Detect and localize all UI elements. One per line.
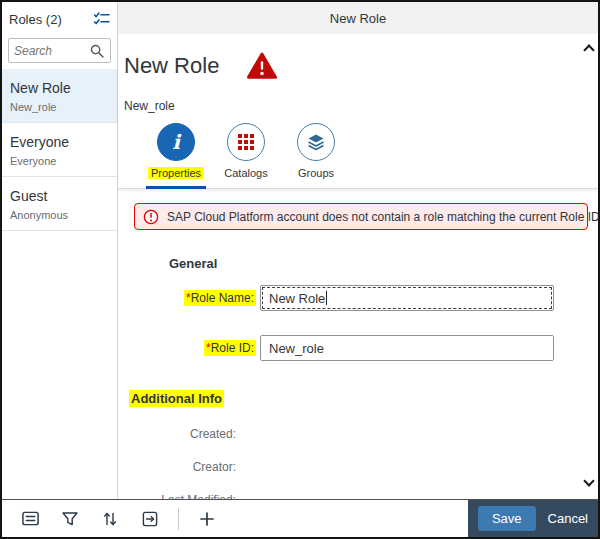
list-item-guest[interactable]: Guest Anonymous xyxy=(2,177,117,231)
role-name-row: *Role Name: New Role xyxy=(124,285,588,311)
list-item-new-role[interactable]: New Role New_role xyxy=(2,69,117,123)
list-item-everyone[interactable]: Everyone Everyone xyxy=(2,123,117,177)
search-icon[interactable] xyxy=(89,43,105,59)
object-header: New Role New_role i Properties xyxy=(118,34,598,189)
footer-spacer xyxy=(219,500,468,537)
creator-label: Creator: xyxy=(124,460,236,474)
tab-catalogs[interactable]: Catalogs xyxy=(214,123,278,188)
toolbar-divider xyxy=(178,508,179,530)
error-icon xyxy=(143,209,159,225)
object-subtitle: New_role xyxy=(124,99,598,113)
cancel-button[interactable]: Cancel xyxy=(548,511,588,526)
detail-header-title: New Role xyxy=(330,11,386,26)
detail-panel: New Role New Role New_role xyxy=(118,2,598,499)
general-heading: General xyxy=(169,256,588,271)
footer-actions: Save Cancel xyxy=(468,500,598,537)
role-id-value: New_role xyxy=(269,341,324,356)
forward-icon[interactable] xyxy=(138,507,162,531)
sort-icon[interactable] xyxy=(98,507,122,531)
created-row: Created: xyxy=(124,424,588,442)
sidebar-title: Roles (2) xyxy=(9,12,62,27)
search-input[interactable] xyxy=(14,44,89,58)
role-item-subtitle: Everyone xyxy=(10,155,109,167)
legend-icon[interactable] xyxy=(18,507,42,531)
sidebar-header: Roles (2) xyxy=(2,2,117,36)
layers-icon xyxy=(297,123,335,161)
grid-icon xyxy=(227,123,265,161)
tab-label-catalogs: Catalogs xyxy=(224,167,267,179)
created-label: Created: xyxy=(124,427,236,441)
role-item-subtitle: New_role xyxy=(10,101,109,113)
role-name-value: New Role xyxy=(269,291,325,306)
save-button[interactable]: Save xyxy=(478,506,536,531)
add-icon[interactable] xyxy=(195,507,219,531)
role-name-label: *Role Name: xyxy=(124,291,256,305)
detail-header-bar: New Role xyxy=(118,2,598,34)
last-modified-row: Last Modified: xyxy=(124,490,588,499)
footer-icon-group xyxy=(2,500,219,537)
multiselect-icon[interactable] xyxy=(92,10,110,28)
tab-properties[interactable]: i Properties xyxy=(144,123,208,188)
error-message-text: SAP Cloud Platform account does not cont… xyxy=(167,210,598,224)
filter-icon[interactable] xyxy=(58,507,82,531)
role-id-input[interactable]: New_role xyxy=(260,335,554,361)
role-id-row: *Role ID: New_role xyxy=(124,335,588,361)
role-item-subtitle: Anonymous xyxy=(10,209,109,221)
role-item-title: Guest xyxy=(10,188,109,204)
role-name-input[interactable]: New Role xyxy=(260,285,554,311)
object-title-row: New Role xyxy=(124,50,598,82)
roles-list: New Role New_role Everyone Everyone Gues… xyxy=(2,69,117,499)
roles-sidebar: Roles (2) New Role xyxy=(2,2,118,499)
properties-content: SAP Cloud Platform account does not cont… xyxy=(118,189,598,499)
search-box xyxy=(8,38,111,63)
object-title: New Role xyxy=(124,53,219,79)
tab-label-properties: Properties xyxy=(148,167,204,179)
footer-toolbar: Save Cancel xyxy=(2,499,598,537)
role-item-title: New Role xyxy=(10,80,109,96)
error-message-strip: SAP Cloud Platform account does not cont… xyxy=(134,203,588,230)
text-cursor xyxy=(326,291,327,305)
split-layout: Roles (2) New Role xyxy=(2,2,598,499)
app-window: Roles (2) New Role xyxy=(0,0,600,539)
tab-bar: i Properties Catalogs xyxy=(124,123,598,188)
role-item-title: Everyone xyxy=(10,134,109,150)
role-id-label: *Role ID: xyxy=(124,341,256,355)
tab-label-groups: Groups xyxy=(298,167,334,179)
info-icon: i xyxy=(157,123,195,161)
creator-row: Creator: xyxy=(124,457,588,475)
tab-groups[interactable]: Groups xyxy=(284,123,348,188)
warning-icon xyxy=(247,52,277,80)
additional-info-heading: Additional Info xyxy=(129,391,588,406)
last-modified-label: Last Modified: xyxy=(124,493,236,499)
